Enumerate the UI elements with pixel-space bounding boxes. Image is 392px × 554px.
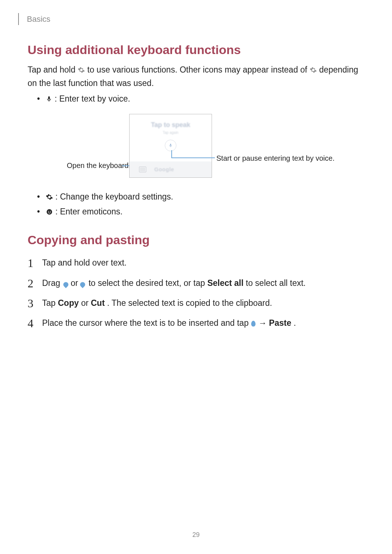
voice-panel-top: Tap to speak Tap again (130, 114, 212, 159)
step-2: Drag or to select the desired text, or t… (28, 277, 364, 289)
copy-paste-steps: Tap and hold over text. Drag or to selec… (28, 257, 364, 329)
bullet-voice-text: : Enter text by voice. (54, 94, 130, 103)
step-2-text-b: or (71, 278, 81, 288)
smiley-icon (46, 207, 53, 219)
callout-start-pause-voice: Start or pause entering text by voice. (216, 153, 336, 164)
step-3-text-b: or (81, 298, 91, 308)
copy-label: Copy (58, 298, 79, 308)
header-rule (18, 13, 19, 25)
cut-label: Cut (91, 298, 105, 308)
step-4-text-b: . (294, 318, 296, 328)
step-3-text-c: . The selected text is copied to the cli… (107, 298, 272, 308)
cursor-handle-icon (251, 321, 256, 327)
step-3: Tap Copy or Cut . The selected text is c… (28, 297, 364, 309)
step-4: Place the cursor where the text is to be… (28, 317, 364, 329)
page-number: 29 (0, 530, 392, 539)
callout-line (171, 157, 215, 158)
bullet-emoticons-text: : Enter emoticons. (55, 207, 122, 216)
bullet-voice-input: : Enter text by voice. (37, 93, 364, 106)
selection-handle-left-icon (62, 281, 70, 288)
step-4-text-a: Place the cursor where the text is to be… (42, 318, 251, 328)
page-header: Basics (18, 13, 364, 25)
intro-text-b: to use various functions. Other icons ma… (87, 65, 310, 74)
voice-mic-button[interactable] (165, 140, 176, 151)
svg-point-2 (50, 211, 50, 212)
intro-paragraph: Tap and hold to use various functions. O… (28, 64, 364, 89)
step-1: Tap and hold over text. (28, 257, 364, 269)
section-heading-copy-paste: Copying and pasting (28, 231, 364, 249)
voice-panel: Tap to speak Tap again Google (129, 114, 212, 178)
callout-open-keyboard: Open the keyboard. (67, 160, 131, 171)
tap-to-speak-sub: Tap again (130, 130, 212, 136)
paste-label: Paste (269, 318, 291, 328)
bullet-emoticons: : Enter emoticons. (37, 206, 364, 219)
manual-page: Basics Using additional keyboard functio… (0, 0, 392, 554)
gear-icon (310, 65, 317, 77)
step-2-text-a: Drag (42, 278, 62, 288)
callout-line (171, 150, 172, 158)
section-heading-keyboard-functions: Using additional keyboard functions (28, 41, 364, 59)
bullet-list-1: : Enter text by voice. (28, 93, 364, 106)
google-label: Google (154, 165, 174, 173)
gear-icon (46, 192, 53, 204)
step-2-text-c: to select the desired text, or tap (89, 278, 207, 288)
voice-input-diagram: Open the keyboard. Tap to speak Tap agai… (28, 114, 364, 186)
gear-icon (78, 65, 85, 77)
keyboard-icon[interactable] (139, 167, 146, 172)
microphone-icon (46, 94, 52, 106)
intro-text-a: Tap and hold (28, 65, 78, 74)
svg-point-0 (47, 209, 52, 214)
step-2-text-d: to select all text. (246, 278, 306, 288)
voice-panel-bottom-bar: Google (130, 161, 212, 177)
bullet-settings-text: : Change the keyboard settings. (55, 192, 173, 201)
bullet-list-2: : Change the keyboard settings. : Enter … (28, 191, 364, 219)
microphone-icon (168, 143, 173, 148)
select-all-label: Select all (207, 278, 244, 288)
bullet-change-settings: : Change the keyboard settings. (37, 191, 364, 204)
svg-point-1 (48, 211, 49, 212)
tap-to-speak-label: Tap to speak (130, 120, 212, 130)
step-3-text-a: Tap (42, 298, 58, 308)
step-4-arrow: → (258, 318, 269, 328)
step-1-text: Tap and hold over text. (42, 258, 127, 267)
header-section-label: Basics (27, 13, 50, 25)
